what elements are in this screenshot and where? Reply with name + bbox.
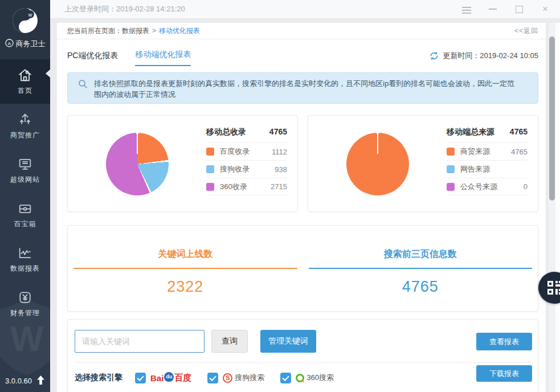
promotion-arrows-icon bbox=[0, 112, 50, 128]
legend-row: 搜狗收录 938 bbox=[206, 160, 287, 178]
brand-name: 商务卫士 bbox=[16, 39, 46, 49]
legend-row: 公众号来源 0 bbox=[447, 178, 528, 195]
brand-badge-icon: A bbox=[5, 39, 14, 49]
tab-mobile-report[interactable]: 移动端优化报表 bbox=[135, 50, 191, 66]
line-chart-icon bbox=[0, 245, 50, 261]
main-content: 您当前所在页面：数据报表 > 移动优化报表 <<返回 PC端优化报表 移动端优化… bbox=[57, 23, 546, 392]
stat-value: 4765 bbox=[309, 278, 533, 296]
sidebar-item-toolbox[interactable]: 百宝箱 bbox=[0, 193, 50, 237]
query-button[interactable]: 查询 bbox=[211, 330, 248, 353]
sidebar: w A 商务卫士 首页 商贸 bbox=[0, 0, 50, 392]
sidebar-item-website[interactable]: 超级网站 bbox=[0, 148, 50, 193]
manage-keywords-button[interactable]: 管理关键词 bbox=[260, 330, 316, 353]
last-login-text: 上次登录时间：2019-02-28 14:21:20 bbox=[64, 4, 185, 14]
breadcrumb: 您当前所在页面：数据报表 > 移动优化报表 <<返回 bbox=[57, 23, 546, 39]
engine-filter-label: 选择搜索引擎 bbox=[75, 373, 122, 383]
stat-underline bbox=[309, 268, 533, 269]
version-label: 3.0.0.60 bbox=[5, 377, 32, 385]
sidebar-item-label: 首页 bbox=[0, 86, 50, 96]
engine-name: 搜狗搜索 bbox=[235, 373, 264, 383]
stat-title: 搜索前三页信息数 bbox=[309, 248, 533, 260]
download-report-button[interactable]: 下载报表 bbox=[476, 365, 532, 382]
home-icon bbox=[0, 67, 50, 83]
legend-label: 360收录 bbox=[220, 182, 247, 192]
sidebar-item-label: 超级网站 bbox=[0, 175, 50, 185]
legend-label: 搜狗收录 bbox=[220, 164, 250, 174]
sogou-checkbox[interactable] bbox=[207, 373, 218, 383]
stat-keywords-online: 关键词上线数 2322 bbox=[68, 248, 303, 311]
window-edge bbox=[555, 23, 560, 392]
engine-360: 360搜索 bbox=[280, 373, 334, 383]
swatch-trade bbox=[447, 148, 455, 156]
s360-checkbox[interactable] bbox=[280, 373, 291, 383]
stat-underline bbox=[73, 268, 297, 269]
breadcrumb-current[interactable]: 移动优化报表 bbox=[159, 26, 200, 36]
breadcrumb-prefix: 您当前所在页面：数据报表 bbox=[67, 26, 149, 36]
baidu-logo-cn: 百度 bbox=[174, 373, 191, 383]
update-time-text: 更新时间：2019-02-24 10:05 bbox=[443, 51, 538, 61]
pie-legend: 移动端总来源 4765 商贸来源 4765 网告来源 bbox=[447, 127, 528, 195]
titlebar: 上次登录时间：2019-02-28 14:21:20 × bbox=[50, 0, 560, 19]
sidebar-item-label: 商贸推广 bbox=[0, 130, 50, 140]
sidebar-item-home[interactable]: 首页 bbox=[0, 59, 50, 104]
legend-label: 百度收录 bbox=[220, 146, 250, 157]
yuan-icon bbox=[0, 289, 50, 305]
legend-row: 网告来源 bbox=[447, 160, 528, 178]
swatch-baidu bbox=[206, 148, 214, 156]
swatch-sogou bbox=[206, 165, 214, 173]
update-arrow-icon[interactable] bbox=[36, 375, 45, 386]
svg-text:w: w bbox=[28, 12, 32, 18]
divider bbox=[75, 362, 531, 363]
stat-title: 关键词上线数 bbox=[73, 248, 297, 260]
legend-value: 1112 bbox=[272, 148, 287, 156]
pie-chart-mobile-source bbox=[346, 133, 409, 195]
toolbox-icon bbox=[0, 201, 50, 217]
sidebar-item-reports[interactable]: 数据报表 bbox=[0, 237, 50, 281]
report-tabs: PC端优化报表 移动端优化报表 更新时间：2019-02-24 10:05 bbox=[67, 46, 538, 66]
legend-label: 公众号来源 bbox=[460, 182, 497, 192]
maximize-icon[interactable] bbox=[514, 5, 524, 13]
baidu-checkbox[interactable] bbox=[135, 373, 146, 383]
svg-text:A: A bbox=[7, 41, 11, 46]
legend-label: 网告来源 bbox=[460, 164, 490, 174]
pie-card-mobile-index: 移动总收录 4765 百度收录 1112 搜狗收录 938 bbox=[67, 115, 298, 212]
refresh-icon[interactable] bbox=[430, 51, 439, 60]
close-icon[interactable]: × bbox=[541, 5, 550, 13]
pie-card-mobile-source: 移动端总来源 4765 商贸来源 4765 网告来源 bbox=[308, 115, 538, 212]
search-icon bbox=[78, 79, 88, 92]
s360-logo-icon bbox=[296, 374, 304, 382]
menu-icon[interactable] bbox=[462, 5, 471, 13]
pie-chart-mobile-index bbox=[106, 133, 169, 195]
sidebar-item-finance[interactable]: 财务管理 bbox=[0, 281, 50, 326]
minimize-icon[interactable] bbox=[488, 5, 497, 13]
view-report-button[interactable]: 查看报表 bbox=[476, 333, 532, 350]
legend-title: 移动端总来源 bbox=[447, 127, 494, 137]
legend-row: 百度收录 1112 bbox=[206, 142, 287, 160]
legend-value: 4765 bbox=[511, 148, 528, 156]
sogou-logo-icon: S bbox=[223, 373, 232, 383]
sidebar-item-label: 数据报表 bbox=[0, 264, 50, 273]
legend-row: 360收录 2715 bbox=[206, 178, 287, 195]
tab-pc-report[interactable]: PC端优化报表 bbox=[67, 51, 118, 66]
sidebar-item-label: 百宝箱 bbox=[0, 219, 50, 229]
notice-banner: 排名快照抓取的是报表更新时刻的真实数据，搜索引擎的排名是实时变化的，且不同地区i… bbox=[67, 72, 538, 104]
baidu-paw-icon: du bbox=[164, 372, 174, 382]
keyword-card: 查询 管理关键词 查看报表 下载报表 选择搜索引擎 Bai du 百度 S 搜狗… bbox=[67, 319, 538, 392]
logo-block: w A 商务卫士 bbox=[0, 0, 50, 59]
swatch-360 bbox=[206, 183, 214, 191]
pie-legend: 移动总收录 4765 百度收录 1112 搜狗收录 938 bbox=[206, 127, 287, 195]
scrollbar-thumb[interactable] bbox=[549, 36, 555, 201]
breadcrumb-separator: > bbox=[152, 27, 156, 35]
notice-text: 排名快照抓取的是报表更新时刻的真实数据，搜索引擎的排名是实时变化的，且不同地区i… bbox=[94, 79, 514, 99]
back-link[interactable]: <<返回 bbox=[514, 26, 538, 36]
legend-row: 商贸来源 4765 bbox=[447, 142, 528, 160]
vertical-scrollbar[interactable] bbox=[549, 23, 555, 392]
sidebar-item-label: 财务管理 bbox=[0, 308, 50, 318]
legend-value: 938 bbox=[275, 165, 287, 174]
stats-card: 关键词上线数 2322 搜索前三页信息数 4765 bbox=[67, 225, 538, 312]
app-logo-icon: w bbox=[11, 7, 39, 34]
app-window: w A 商务卫士 首页 商贸 bbox=[0, 0, 560, 392]
sidebar-item-promotion[interactable]: 商贸推广 bbox=[0, 104, 50, 148]
keyword-input[interactable] bbox=[75, 330, 205, 353]
engine-filter-row: 选择搜索引擎 Bai du 百度 S 搜狗搜索 360搜索 bbox=[75, 371, 538, 385]
